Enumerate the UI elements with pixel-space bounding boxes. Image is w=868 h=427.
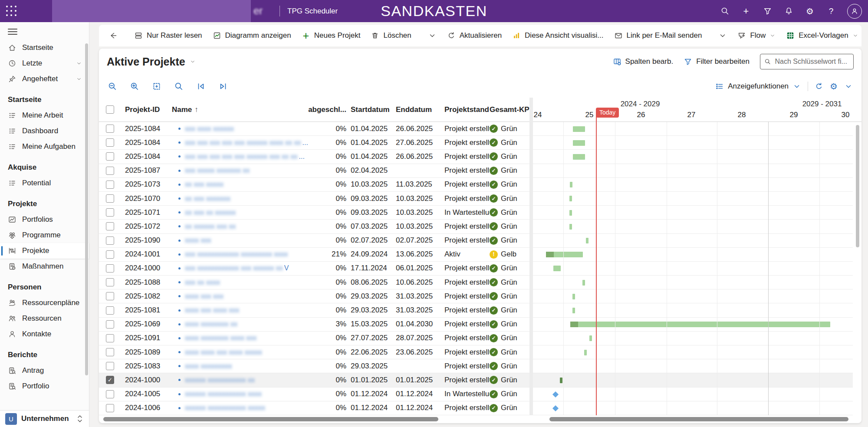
gantt-bar[interactable] <box>546 252 583 257</box>
aktualisieren-button[interactable]: Aktualisieren <box>443 29 506 43</box>
ansicht-visualisieren-button[interactable]: Diese Ansicht visualisi... <box>508 29 607 43</box>
display-options-button[interactable]: Anzeigefunktionen <box>715 82 801 91</box>
table-row[interactable]: 2025-1072xx xxxxxx xxx xx0%07.03.202510.… <box>99 220 853 233</box>
gantt-bar[interactable] <box>570 322 830 327</box>
gantt-bar[interactable] <box>569 196 572 201</box>
column-header-projekt-id[interactable]: Projekt-ID <box>125 98 172 122</box>
sidebar-item-projekte[interactable]: Projekte <box>0 243 89 259</box>
row-checkbox[interactable] <box>106 404 114 412</box>
edit-filters-button[interactable]: Filter bearbeiten <box>684 57 750 66</box>
project-name-link[interactable]: xxx xxx xxx xxx xxx xxxxxx xxx xx xx... <box>172 150 308 163</box>
gantt-vertical-scrollbar[interactable] <box>856 125 859 247</box>
column-header-projektstand[interactable]: Projektstand <box>444 98 490 122</box>
column-header-startdatum[interactable]: Startdatum <box>351 98 396 122</box>
sidebar-item-ressourcen[interactable]: Ressourcen <box>0 311 89 326</box>
gantt-bar[interactable] <box>589 335 592 341</box>
email-dropdown[interactable] <box>714 29 731 43</box>
grid-gantt-splitter[interactable] <box>529 98 533 415</box>
table-row[interactable]: 2025-1081xxxx xxx xxxx xxx0%29.03.202531… <box>99 303 853 317</box>
diagramm-anzeigen-button[interactable]: Diagramm anzeigen <box>209 29 295 43</box>
sidebar-item-antrag[interactable]: Antrag <box>0 363 89 378</box>
row-checkbox[interactable] <box>106 208 114 217</box>
sidebar-item-angeheftet[interactable]: Angeheftet <box>0 71 89 87</box>
table-row[interactable]: 2025-1073xx xxx xxxxx0%10.03.202511.03.2… <box>99 178 853 192</box>
row-checkbox[interactable] <box>106 125 114 133</box>
gantt-bar[interactable] <box>586 238 589 243</box>
gantt-bar[interactable] <box>572 294 575 299</box>
project-name-link[interactable]: xxxx xxxx xxx xxxx xxxxx <box>172 345 308 359</box>
flow-button[interactable]: Flow <box>733 29 779 43</box>
nur-raster-lesen-button[interactable]: Nur Raster lesen <box>130 29 206 43</box>
row-checkbox[interactable] <box>106 236 114 245</box>
back-button[interactable] <box>105 29 122 43</box>
row-checkbox[interactable] <box>106 320 114 328</box>
sidebar-scrollbar[interactable] <box>85 43 88 375</box>
row-checkbox[interactable] <box>106 362 114 370</box>
gantt-bar[interactable] <box>573 154 585 160</box>
gantt-bar[interactable] <box>584 350 587 355</box>
table-row[interactable]: 2025-1069xxxx xxxxxxxx xx3%15.03.202501.… <box>99 318 853 332</box>
zoom-out-button[interactable] <box>108 82 117 91</box>
gantt-settings-gear-icon[interactable]: ⚙ <box>830 82 838 91</box>
grid-horizontal-scrollbar[interactable] <box>103 417 438 421</box>
table-row[interactable]: 2025-1070xx xxx xxxxxxx0%09.03.202510.03… <box>99 192 853 206</box>
milestone-marker[interactable] <box>552 405 559 411</box>
edit-columns-button[interactable]: Spalten bearb. <box>613 57 674 66</box>
project-name-link[interactable]: xxxx xxx xxxx xxx <box>172 303 308 317</box>
gantt-bar[interactable] <box>560 378 562 383</box>
row-checkbox[interactable] <box>106 167 114 175</box>
row-checkbox[interactable]: ✓ <box>106 376 114 384</box>
sidebar-item-portfolios[interactable]: Portfolios <box>0 212 89 227</box>
sidebar-item-startseite[interactable]: Startseite <box>0 40 89 56</box>
table-row[interactable]: 2025-1090xxxx xxx0%02.07.202502.07.2025P… <box>99 234 853 248</box>
row-checkbox[interactable] <box>106 390 114 398</box>
table-row[interactable]: 2024-1006xxxxxx xxxxxxxxxxx xxxxx0%01.12… <box>99 401 853 415</box>
table-row[interactable]: 2024-1005xxxxxx xxxxxxxxxxx xxxx0%01.12.… <box>99 388 853 401</box>
user-avatar[interactable] <box>847 4 862 19</box>
help-icon[interactable]: ? <box>826 6 836 16</box>
sidebar-item-potential[interactable]: Potential <box>0 175 89 191</box>
loeschen-button[interactable]: Löschen <box>367 29 415 43</box>
milestone-marker[interactable] <box>552 391 559 397</box>
project-name-link[interactable]: xxxx xxx xxx <box>172 289 308 303</box>
search-input[interactable] <box>774 57 849 66</box>
column-header-enddatum[interactable]: Enddatum <box>396 98 444 122</box>
project-name-link[interactable]: xxxx xxxxxxxx xx <box>172 318 308 331</box>
table-row[interactable]: 2025-1071xx xxx xx xxxxxx0%09.03.202510.… <box>99 206 853 220</box>
link-email-senden-button[interactable]: Link per E-Mail senden <box>610 29 706 43</box>
project-name-link[interactable]: xx xxx xx xxxxxx <box>172 206 308 219</box>
row-checkbox[interactable] <box>106 181 114 189</box>
row-checkbox[interactable] <box>106 278 114 286</box>
row-checkbox[interactable] <box>106 348 114 356</box>
sidebar-item-ressourcenpl-ne[interactable]: Ressourcenpläne <box>0 295 89 311</box>
gantt-horizontal-scrollbar[interactable] <box>549 417 848 421</box>
gantt-bar[interactable] <box>573 126 585 132</box>
go-to-start-button[interactable] <box>196 82 206 91</box>
sidebar-item-meine-arbeit[interactable]: Meine Arbeit <box>0 108 89 123</box>
fit-timeline-button[interactable] <box>152 82 161 91</box>
gantt-bar[interactable] <box>570 182 572 187</box>
project-name-link[interactable]: xxxx xxxxxxxxx <box>172 359 308 373</box>
select-all-checkbox[interactable] <box>106 105 114 114</box>
project-name-link[interactable]: xxx xxxxxxxxxxxx xxxxxxxxx xxxx <box>172 248 308 261</box>
sidebar-item-programme[interactable]: Programme <box>0 227 89 243</box>
bell-icon[interactable] <box>783 6 794 16</box>
row-checkbox[interactable] <box>106 194 114 203</box>
sidebar-item-letzte[interactable]: Letzte <box>0 56 89 71</box>
sidebar-item-meine-aufgaben[interactable]: Meine Aufgaben <box>0 139 89 154</box>
column-header-name[interactable]: Name↑ <box>172 98 308 122</box>
table-row[interactable]: 2025-1084xxx xxx xxx xxx xxx xxxxxx xxx … <box>99 150 853 164</box>
sidebar-item-ma-nahmen[interactable]: Maßnahmen <box>0 259 89 274</box>
sidebar-item-dashboard[interactable]: Dashboard <box>0 123 89 139</box>
table-row[interactable]: 2025-1089xxxx xxxx xxx xxxx xxxxx0%22.06… <box>99 345 853 359</box>
project-name-link[interactable]: xx xxxxxx xxx xx <box>172 220 308 233</box>
project-name-link[interactable]: xxxx xxxxxxxx xxxx xxx <box>172 332 308 345</box>
gantt-bar[interactable] <box>573 140 585 146</box>
sidebar-item-kontakte[interactable]: Kontakte <box>0 326 89 342</box>
project-name-link[interactable]: xxx xxxxx xxxxxxx xx <box>172 164 308 177</box>
more-commands-button[interactable]: ⋮ <box>865 29 868 43</box>
table-row[interactable]: 2025-1084xxx xxx xxx xxx xxx xxxxxx xxxx… <box>99 136 853 150</box>
search-gantt-button[interactable] <box>174 82 184 91</box>
table-row[interactable]: 2025-1091xxxx xxxxxxxx xxxx xxx0%27.07.2… <box>99 332 853 345</box>
add-icon[interactable]: + <box>741 6 751 16</box>
